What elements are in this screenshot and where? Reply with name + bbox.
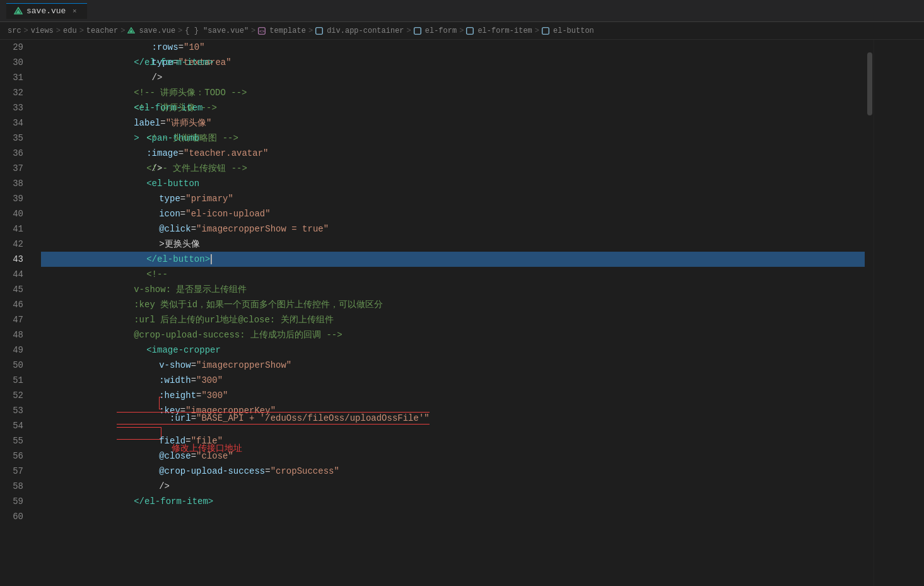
line-num-43: 43 [3, 252, 28, 267]
file-tab[interactable]: save.vue × [6, 3, 87, 19]
breadcrumb-sep-8: > [407, 26, 411, 35]
breadcrumb-views: views [31, 26, 54, 35]
breadcrumb-elform: el-form [425, 26, 457, 35]
code-line-60 [41, 509, 865, 524]
breadcrumb-vue-icon [127, 27, 135, 35]
line-num-30: 30 [3, 55, 28, 70]
line-num-42: 42 [3, 237, 28, 252]
line-num-58: 58 [3, 479, 28, 494]
breadcrumb-div: div.app-container [327, 26, 404, 35]
line-num-40: 40 [3, 206, 28, 221]
breadcrumb-template: template [269, 26, 306, 35]
line-num-55: 55 [3, 433, 28, 448]
line-num-44: 44 [3, 267, 28, 282]
code-line-59: </el-form-item> [41, 494, 865, 509]
breadcrumb-sep-7: > [308, 26, 313, 35]
line-num-32: 32 [3, 85, 28, 100]
line-num-31: 31 [3, 70, 28, 85]
line-num-49: 49 [3, 343, 28, 358]
breadcrumb-template-icon: <> [258, 27, 266, 35]
line-num-53: 53 [3, 403, 28, 418]
line-num-59: 59 [3, 494, 28, 509]
code-content[interactable]: <el-input v-model="teacher.intro" :rows=… [35, 40, 865, 586]
breadcrumb-src: src [8, 26, 21, 35]
breadcrumb-teacher: teacher [86, 26, 118, 35]
tab-label: save.vue [26, 6, 66, 16]
line-num-33: 33 [3, 100, 28, 115]
line-num-47: 47 [3, 312, 28, 327]
line-num-60: 60 [3, 509, 28, 524]
line-num-34: 34 [3, 115, 28, 131]
breadcrumb-savevue: save.vue [139, 26, 175, 35]
breadcrumb-sep-4: > [120, 26, 125, 35]
svg-rect-9 [542, 27, 549, 34]
minimap [874, 40, 924, 586]
breadcrumb-sep-9: > [459, 26, 464, 35]
line-numbers: 29 30 31 32 33 34 35 36 37 38 39 40 41 4… [0, 40, 35, 586]
svg-rect-8 [467, 27, 474, 34]
breadcrumb-edu: edu [63, 26, 77, 35]
line-num-38: 38 [3, 176, 28, 191]
line-num-29: 29 [3, 40, 28, 55]
breadcrumb-elbutton: el-button [553, 26, 594, 35]
scrollbar-thumb[interactable] [867, 52, 872, 115]
line-num-48: 48 [3, 327, 28, 343]
tab-close-button[interactable]: × [69, 6, 79, 16]
svg-rect-6 [316, 27, 323, 34]
svg-rect-7 [414, 27, 421, 34]
breadcrumb-elformitem-icon [466, 27, 474, 35]
breadcrumb-elform-icon [414, 27, 421, 35]
breadcrumb-sep-6: > [251, 26, 255, 35]
line-num-37: 37 [3, 161, 28, 176]
title-bar: save.vue × [0, 0, 924, 22]
line-num-39: 39 [3, 191, 28, 206]
breadcrumb: src > views > edu > teacher > save.vue >… [0, 22, 924, 40]
breadcrumb-sep-2: > [56, 26, 61, 35]
line-num-41: 41 [3, 221, 28, 237]
line-num-46: 46 [3, 297, 28, 312]
breadcrumb-json: { } "save.vue" [185, 26, 249, 35]
line-num-56: 56 [3, 448, 28, 464]
breadcrumb-elformitem: el-form-item [477, 26, 532, 35]
vue-icon [14, 7, 23, 16]
breadcrumb-sep-1: > [24, 26, 28, 35]
breadcrumb-sep-3: > [79, 26, 84, 35]
breadcrumb-elbutton-icon [542, 27, 549, 35]
breadcrumb-sep-10: > [535, 26, 539, 35]
line-num-50: 50 [3, 358, 28, 373]
breadcrumb-div-icon [315, 27, 323, 35]
line-num-52: 52 [3, 388, 28, 403]
editor-area: 29 30 31 32 33 34 35 36 37 38 39 40 41 4… [0, 40, 924, 586]
breadcrumb-sep-5: > [178, 26, 182, 35]
line-num-45: 45 [3, 282, 28, 297]
scrollbar[interactable] [865, 40, 874, 586]
line-num-57: 57 [3, 464, 28, 479]
line-num-36: 36 [3, 146, 28, 161]
line-num-54: 54 [3, 418, 28, 433]
svg-text:<>: <> [260, 29, 265, 34]
code-line-30: </el-form-item> [41, 55, 865, 70]
line-num-51: 51 [3, 373, 28, 388]
line-num-35: 35 [3, 131, 28, 146]
